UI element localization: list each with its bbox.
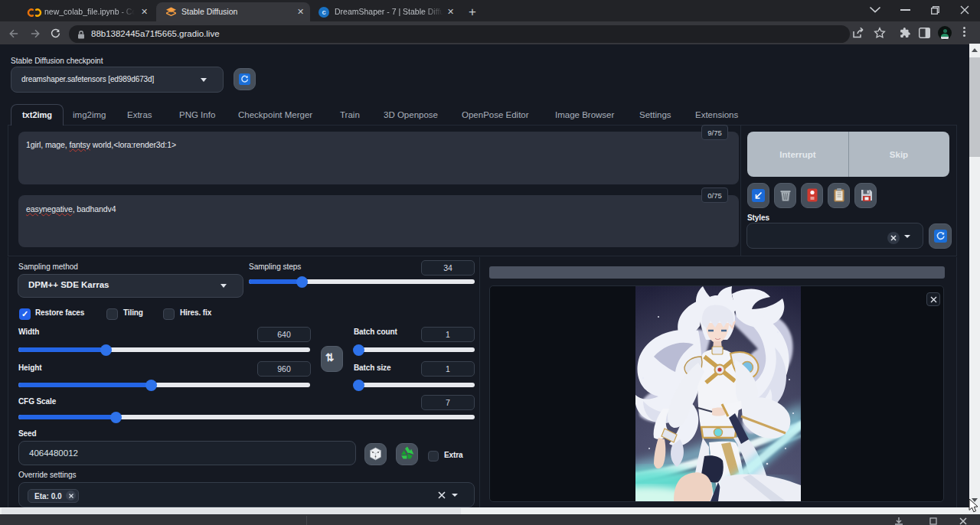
svg-text:c: c — [322, 8, 325, 16]
